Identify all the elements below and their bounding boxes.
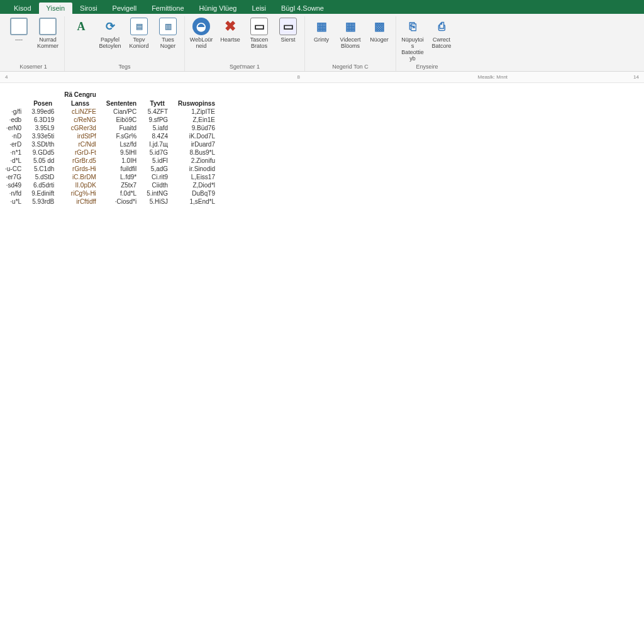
- table-cell[interactable]: ·er7G: [0, 173, 26, 181]
- table-cell[interactable]: Z,Ein1E: [173, 116, 220, 124]
- table-cell[interactable]: 5.C1dh: [26, 165, 59, 173]
- page2-button[interactable]: ▥ Tues Noger: [154, 16, 182, 49]
- table-cell[interactable]: fuildfil: [101, 165, 142, 173]
- tab-4[interactable]: Femittione: [144, 3, 191, 14]
- table-cell[interactable]: 3.99ed6: [26, 108, 59, 116]
- table-cell[interactable]: 5.93rdB: [26, 197, 59, 206]
- arrange-button[interactable]: ▦ Grinty: [308, 16, 335, 43]
- table-cell[interactable]: rGrBr.d5: [59, 157, 101, 165]
- table-cell[interactable]: Z,Diod*l: [173, 181, 220, 189]
- table-cell[interactable]: rC/Ndl: [59, 140, 101, 148]
- table-row[interactable]: ·u*L5.93rdBirCftidff·Ciosd*i5.HiSJ1,sEnd…: [0, 197, 220, 206]
- table-cell[interactable]: 6.3D19: [26, 116, 59, 124]
- table-cell[interactable]: Lsz/fd: [101, 140, 142, 148]
- table-cell[interactable]: Eibö9C: [101, 116, 142, 124]
- table-row[interactable]: ·sd496.d5drtiII.0pDKZ5tx7CiidthZ,Diod*l: [0, 181, 220, 189]
- table-cell[interactable]: irdStPf: [59, 132, 101, 140]
- table-row[interactable]: ·n/fd9.EdiniftriCg%-Hif.0d*L5.intNGDuBqT…: [0, 189, 220, 197]
- table-row[interactable]: ·n*19.GDd5rGrD-Ft9.5lHI5.id7G8.Bus9*L: [0, 148, 220, 157]
- table-cell[interactable]: 9.Büd76: [173, 124, 220, 132]
- table-cell[interactable]: ·erD: [0, 140, 26, 148]
- table-cell[interactable]: ·u-CC: [0, 165, 26, 173]
- table-cell[interactable]: 3.SDt/th: [26, 140, 59, 148]
- delete-button[interactable]: ✖ Heartse: [216, 16, 244, 43]
- table-cell[interactable]: ·erN0: [0, 124, 26, 132]
- tab-1[interactable]: Yisein: [39, 3, 73, 14]
- table-cell[interactable]: ·n/fd: [0, 189, 26, 197]
- table-cell[interactable]: 5.idFI: [142, 157, 173, 165]
- table-cell[interactable]: II.0pDK: [59, 181, 101, 189]
- table-cell[interactable]: Z5tx7: [101, 181, 142, 189]
- table-cell[interactable]: 9.Edinift: [26, 189, 59, 197]
- themes-button[interactable]: ----: [5, 16, 33, 43]
- page-button[interactable]: ▤ Tepv Koniord: [125, 16, 153, 49]
- font-a-button[interactable]: A: [67, 16, 95, 43]
- table-cell[interactable]: 1,ZipITE: [173, 108, 220, 116]
- table-cell[interactable]: 9.GDd5: [26, 148, 59, 157]
- table-cell[interactable]: 9.sfPG: [142, 116, 173, 124]
- web-button[interactable]: ◒ WebLoürneid: [187, 16, 215, 49]
- table-cell[interactable]: ·u*L: [0, 197, 26, 206]
- table-cell[interactable]: ·g/fi: [0, 108, 26, 116]
- table-cell[interactable]: 1,sEnd*L: [173, 197, 220, 206]
- table-cell[interactable]: Ci.rit9: [142, 173, 173, 181]
- table-cell[interactable]: ·sd49: [0, 181, 26, 189]
- window-button[interactable]: ▭ Tascen Bratos: [245, 16, 273, 49]
- table-row[interactable]: ·erN03.95L9cGRer3dFuaitd5.iafd9.Büd76: [0, 124, 220, 132]
- tab-0[interactable]: Kisod: [6, 3, 39, 14]
- table-row[interactable]: ·g/fi3.99ed6cLiNZFECian/PC5.4ZFT1,ZipITE: [0, 108, 220, 116]
- table-cell[interactable]: DuBqT9: [173, 189, 220, 197]
- table-cell[interactable]: 5.05 dd: [26, 157, 59, 165]
- fonts-button[interactable]: Nurrad Kommer: [34, 16, 62, 49]
- table-cell[interactable]: 5.HiSJ: [142, 197, 173, 206]
- table-cell[interactable]: Fuaitd: [101, 124, 142, 132]
- table-row[interactable]: ·nD3.93e5tiirdStPfF.sGr%8.4Z4iK.Dod7L: [0, 132, 220, 140]
- table-row[interactable]: ·edb6.3D19c/ReNGEibö9C9.sfPGZ,Ein1E: [0, 116, 220, 124]
- table-cell[interactable]: 3.95L9: [26, 124, 59, 132]
- table-cell[interactable]: 5.iafd: [142, 124, 173, 132]
- worksheet-area[interactable]: Rä Cengru Posen Lanss Sententen Tyvtt Ru…: [0, 83, 644, 206]
- table-cell[interactable]: ·d*L: [0, 157, 26, 165]
- table-cell[interactable]: 5.dStD: [26, 173, 59, 181]
- table-cell[interactable]: Ciidth: [142, 181, 173, 189]
- table-cell[interactable]: ·n*1: [0, 148, 26, 157]
- arrange3-button[interactable]: ▩ Nüoger: [365, 16, 393, 43]
- table-cell[interactable]: rGrD-Ft: [59, 148, 101, 157]
- table-cell[interactable]: 2.Zionifu: [173, 157, 220, 165]
- table-cell[interactable]: 1.0IH: [101, 157, 142, 165]
- table-cell[interactable]: ·Ciosd*i: [101, 197, 142, 206]
- table-cell[interactable]: 5.id7G: [142, 148, 173, 157]
- table-cell[interactable]: 6.d5drti: [26, 181, 59, 189]
- table-cell[interactable]: ·nD: [0, 132, 26, 140]
- table-cell[interactable]: ir.Sinodid: [173, 165, 220, 173]
- tab-7[interactable]: Bügl 4.Sowne: [274, 3, 331, 14]
- table-cell[interactable]: 5,adG: [142, 165, 173, 173]
- table-row[interactable]: ·d*L5.05 ddrGrBr.d51.0IH5.idFI2.Zionifu: [0, 157, 220, 165]
- table-cell[interactable]: 3.93e5ti: [26, 132, 59, 140]
- table-cell[interactable]: I.jd.7щ: [142, 140, 173, 148]
- tab-2[interactable]: Sirosi: [72, 3, 105, 14]
- clip2-button[interactable]: ⎙ Cwrect Batcore: [428, 16, 455, 49]
- table-row[interactable]: ·u-CC5.C1dhrGrds-Hifuildfil5,adGir.Sinod…: [0, 165, 220, 173]
- tab-3[interactable]: Pevigell: [105, 3, 145, 14]
- table-cell[interactable]: cGRer3d: [59, 124, 101, 132]
- table-row[interactable]: ·er7G5.dStDiC.BrDML.fd9*Ci.rit9L,Eiss17: [0, 173, 220, 181]
- table-cell[interactable]: iC.BrDM: [59, 173, 101, 181]
- window2-button[interactable]: ▭ Sierst: [274, 16, 302, 43]
- table-cell[interactable]: 8.Bus9*L: [173, 148, 220, 157]
- table-cell[interactable]: F.sGr%: [101, 132, 142, 140]
- table-cell[interactable]: ·edb: [0, 116, 26, 124]
- table-cell[interactable]: 5.4ZFT: [142, 108, 173, 116]
- table-cell[interactable]: 8.4Z4: [142, 132, 173, 140]
- table-cell[interactable]: rGrds-Hi: [59, 165, 101, 173]
- table-cell[interactable]: riCg%-Hi: [59, 189, 101, 197]
- table-cell[interactable]: f.0d*L: [101, 189, 142, 197]
- table-cell[interactable]: c/ReNG: [59, 116, 101, 124]
- arrange2-button[interactable]: ▦ Videcert Blöoms: [336, 16, 364, 49]
- tab-6[interactable]: Leisi: [244, 3, 274, 14]
- table-cell[interactable]: iK.Dod7L: [173, 132, 220, 140]
- table-cell[interactable]: L.fd9*: [101, 173, 142, 181]
- table-cell[interactable]: irDuard7: [173, 140, 220, 148]
- clip-button[interactable]: ⎘ Nüpuytois Bateottieyb: [399, 16, 426, 62]
- table-row[interactable]: ·erD3.SDt/thrC/NdlLsz/fdI.jd.7щirDuard7: [0, 140, 220, 148]
